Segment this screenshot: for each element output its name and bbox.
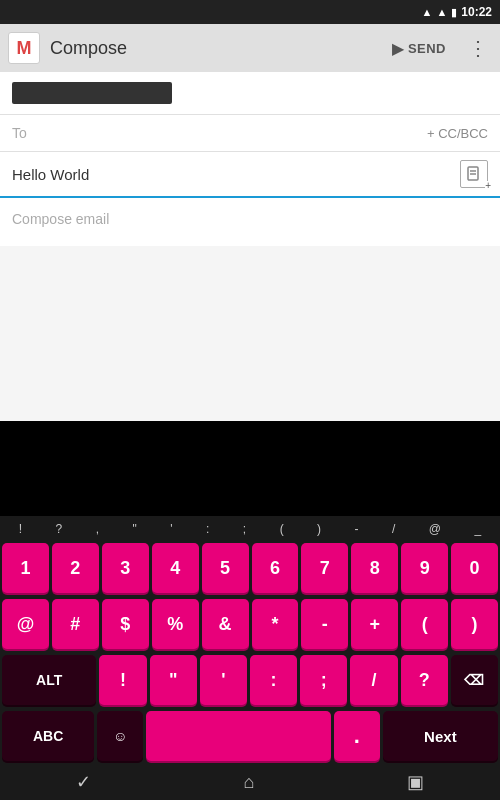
status-time: 10:22 <box>461 5 492 19</box>
status-icons: ▲ ▲ ▮ 10:22 <box>422 5 492 19</box>
nav-home-button[interactable]: ⌂ <box>228 768 271 797</box>
key-ampersand[interactable]: & <box>202 599 249 649</box>
send-label: SEND <box>408 41 446 56</box>
sym-key-question[interactable]: ? <box>53 520 66 538</box>
key-2[interactable]: 2 <box>52 543 99 593</box>
compose-row[interactable]: Compose email <box>0 198 500 246</box>
app-bar-title: Compose <box>50 38 374 59</box>
subject-row <box>0 152 500 198</box>
sym-key-exclaim[interactable]: ! <box>16 520 25 538</box>
key-hash[interactable]: # <box>52 599 99 649</box>
abc-key[interactable]: ABC <box>2 711 94 761</box>
dot-key[interactable]: . <box>334 711 380 761</box>
key-rparen2[interactable]: ) <box>451 599 498 649</box>
subject-input[interactable] <box>12 166 460 183</box>
key-0[interactable]: 0 <box>451 543 498 593</box>
next-key[interactable]: Next <box>383 711 498 761</box>
alt-key[interactable]: ALT <box>2 655 96 705</box>
key-percent[interactable]: % <box>152 599 199 649</box>
key-at[interactable]: @ <box>2 599 49 649</box>
attach-icon <box>465 165 483 183</box>
key-5[interactable]: 5 <box>202 543 249 593</box>
nav-recents-button[interactable]: ▣ <box>391 767 440 797</box>
key-plus[interactable]: + <box>351 599 398 649</box>
battery-icon: ▮ <box>451 6 457 19</box>
signal-icon: ▲ <box>436 6 447 18</box>
key-squote2[interactable]: ' <box>200 655 247 705</box>
cc-bcc-button[interactable]: + CC/BCC <box>427 126 488 141</box>
nav-back-button[interactable]: ✓ <box>60 767 107 797</box>
send-button[interactable]: ▶ SEND <box>384 35 454 62</box>
key-asterisk[interactable]: * <box>252 599 299 649</box>
sym-key-dquote[interactable]: " <box>130 520 140 538</box>
email-form: To + CC/BCC Compose email <box>0 72 500 246</box>
key-8[interactable]: 8 <box>351 543 398 593</box>
sym-key-colon[interactable]: : <box>203 520 212 538</box>
from-address-bar <box>12 82 172 104</box>
symbol-row: ! ? , " ' : ; ( ) - / @ _ <box>0 516 500 540</box>
to-row: To + CC/BCC <box>0 115 500 152</box>
key-dollar[interactable]: $ <box>102 599 149 649</box>
sym-key-dash[interactable]: - <box>352 520 362 538</box>
key-dquote2[interactable]: " <box>150 655 197 705</box>
key-slash2[interactable]: / <box>350 655 397 705</box>
keyboard: ! ? , " ' : ; ( ) - / @ _ 1 2 3 4 5 6 7 … <box>0 516 500 764</box>
key-4[interactable]: 4 <box>152 543 199 593</box>
key-question2[interactable]: ? <box>401 655 448 705</box>
bottom-row: ABC ☺ . Next <box>0 708 500 764</box>
backspace-key[interactable]: ⌫ <box>451 655 498 705</box>
status-bar: ▲ ▲ ▮ 10:22 <box>0 0 500 24</box>
alt-row: ALT ! " ' : ; / ? ⌫ <box>0 652 500 708</box>
key-minus[interactable]: - <box>301 599 348 649</box>
empty-area <box>0 246 500 421</box>
from-row <box>0 72 500 115</box>
key-lparen2[interactable]: ( <box>401 599 448 649</box>
wifi-icon: ▲ <box>422 6 433 18</box>
sym-key-semicolon[interactable]: ; <box>240 520 249 538</box>
app-bar: M Compose ▶ SEND ⋮ <box>0 24 500 72</box>
to-label: To <box>12 125 427 141</box>
number-row: 1 2 3 4 5 6 7 8 9 0 <box>0 540 500 596</box>
sym-key-underscore[interactable]: _ <box>472 520 485 538</box>
symbol-row2: @ # $ % & * - + ( ) <box>0 596 500 652</box>
spacebar-key[interactable] <box>146 711 330 761</box>
sym-key-squote[interactable]: ' <box>167 520 175 538</box>
key-colon2[interactable]: : <box>250 655 297 705</box>
emoji-key[interactable]: ☺ <box>97 711 143 761</box>
more-options-button[interactable]: ⋮ <box>464 32 492 64</box>
compose-placeholder: Compose email <box>12 211 109 227</box>
key-semicolon2[interactable]: ; <box>300 655 347 705</box>
key-exclaim2[interactable]: ! <box>99 655 146 705</box>
sym-key-lparen[interactable]: ( <box>277 520 287 538</box>
nav-bar: ✓ ⌂ ▣ <box>0 764 500 800</box>
key-1[interactable]: 1 <box>2 543 49 593</box>
sym-key-comma[interactable]: , <box>93 520 102 538</box>
sym-key-rparen[interactable]: ) <box>314 520 324 538</box>
gmail-logo: M <box>8 32 40 64</box>
sym-key-at[interactable]: @ <box>426 520 444 538</box>
key-7[interactable]: 7 <box>301 543 348 593</box>
key-3[interactable]: 3 <box>102 543 149 593</box>
key-6[interactable]: 6 <box>252 543 299 593</box>
sym-key-slash[interactable]: / <box>389 520 398 538</box>
send-icon: ▶ <box>392 39 404 58</box>
key-9[interactable]: 9 <box>401 543 448 593</box>
attach-button[interactable] <box>460 160 488 188</box>
